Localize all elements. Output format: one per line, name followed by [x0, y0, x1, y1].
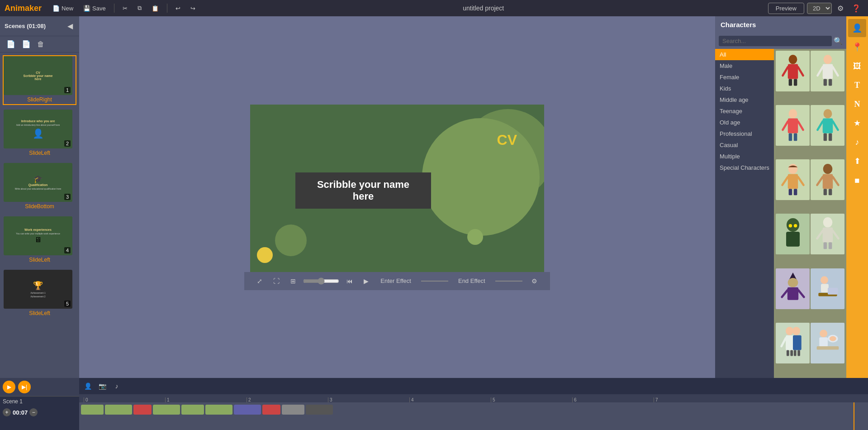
sidebar-text-button[interactable]: T: [848, 76, 866, 94]
undo-icon: ↩: [175, 5, 180, 12]
svg-rect-41: [822, 227, 833, 242]
svg-rect-29: [793, 189, 797, 195]
timeline-add-time-button[interactable]: +: [3, 408, 11, 416]
tl-camera-icon[interactable]: 📷: [95, 380, 109, 392]
filter-middle-age[interactable]: Middle age: [715, 94, 774, 105]
timeline-minus-time-button[interactable]: −: [29, 408, 38, 416]
character-card-3[interactable]: [776, 105, 810, 146]
character-card-10[interactable]: [811, 268, 844, 309]
filter-teenage[interactable]: Teenage: [715, 105, 774, 117]
character-card-1[interactable]: [776, 51, 810, 91]
tl-block-7[interactable]: [234, 405, 261, 415]
scene-item-5[interactable]: 🏆 Achievement 1 Achievement 2 5 SlideLef…: [3, 269, 76, 319]
save-button[interactable]: 💾 Save: [80, 4, 109, 13]
sidebar-effects-button[interactable]: ★: [848, 114, 866, 132]
tl-block-9[interactable]: [282, 405, 304, 415]
svg-line-14: [783, 121, 787, 130]
end-effect-label: End Effect: [454, 276, 490, 286]
canvas[interactable]: CV Scribble your namehere: [250, 105, 544, 272]
filter-all[interactable]: All: [715, 49, 774, 60]
character-card-8[interactable]: [811, 214, 844, 254]
character-card-5[interactable]: [776, 159, 810, 200]
svg-rect-63: [793, 350, 796, 356]
character-card-4[interactable]: [811, 105, 844, 146]
preview-button[interactable]: Preview: [768, 3, 804, 14]
settings-button[interactable]: ⚙: [835, 3, 846, 14]
effect-settings-button[interactable]: ⚙: [528, 276, 541, 287]
svg-rect-7: [822, 64, 833, 79]
fit-view-button[interactable]: ⤢: [253, 276, 266, 287]
scene-item-2[interactable]: Introduce who you are Add an introductor…: [3, 109, 76, 158]
tl-block-8[interactable]: [262, 405, 280, 415]
character-search-input[interactable]: [719, 36, 832, 46]
character-svg-11: [779, 326, 806, 360]
paste-button[interactable]: 📋: [148, 4, 162, 13]
grid-button[interactable]: ⊞: [287, 276, 299, 287]
tl-block-2[interactable]: [105, 405, 132, 415]
sidebar-character-button[interactable]: 👤: [848, 19, 866, 37]
timeline-play-button[interactable]: ▶: [3, 381, 15, 393]
characters-filter-list: All Male Female Kids Middle age Teenage …: [715, 49, 774, 378]
filter-kids[interactable]: Kids: [715, 83, 774, 94]
tl-block-10[interactable]: [306, 405, 333, 415]
help-button[interactable]: ❓: [849, 3, 863, 14]
tl-character-icon[interactable]: 👤: [81, 380, 95, 392]
svg-rect-22: [823, 133, 827, 141]
step-back-button[interactable]: ⏮: [343, 276, 356, 287]
svg-rect-16: [788, 133, 792, 141]
tl-block-4[interactable]: [153, 405, 180, 415]
characters-grid: [774, 49, 846, 378]
tl-music-icon[interactable]: ♪: [110, 380, 123, 392]
cut-button[interactable]: ✂: [119, 4, 131, 13]
dimension-select[interactable]: 2D 3D: [807, 3, 832, 14]
add-scene-button[interactable]: 📄: [5, 39, 17, 49]
filter-male[interactable]: Male: [715, 60, 774, 72]
filter-multiple[interactable]: Multiple: [715, 151, 774, 162]
sidebar-music-button[interactable]: ♪: [848, 133, 866, 151]
canvas-bottom-toolbar: ⤢ ⛶ ⊞ ⏮ ▶ Enter Effect End Effect ⚙: [244, 272, 550, 290]
copy-button[interactable]: ⧉: [134, 3, 145, 13]
scene-toolbar: 📄 📄 🗑: [0, 36, 79, 53]
tl-block-3[interactable]: [133, 405, 152, 415]
delete-scene-button[interactable]: 🗑: [35, 39, 46, 49]
cv-label: CV: [497, 132, 517, 148]
tl-block-1[interactable]: [81, 405, 104, 415]
filter-old-age[interactable]: Old age: [715, 117, 774, 128]
svg-line-50: [798, 290, 804, 297]
toolbar: Animaker 📄 New 💾 Save ✂ ⧉ 📋 ↩ ↪ untitled…: [0, 0, 868, 16]
scene-item-3[interactable]: 🎓 Qualification Write about your educati…: [3, 162, 76, 212]
character-card-2[interactable]: [811, 51, 844, 91]
svg-point-24: [788, 164, 797, 174]
sidebar-upload-button[interactable]: ⬆: [848, 152, 866, 170]
filter-casual[interactable]: Casual: [715, 139, 774, 151]
character-card-6[interactable]: [811, 159, 844, 200]
scenes-panel: Scenes (01:08) ◀ 📄 📄 🗑 CV Scribble your …: [0, 16, 79, 378]
sidebar-image-button[interactable]: 🖼: [848, 57, 866, 75]
undo-button[interactable]: ↩: [172, 4, 184, 13]
scenes-collapse-button[interactable]: ◀: [66, 21, 75, 31]
filter-professional[interactable]: Professional: [715, 128, 774, 139]
timeline-playhead[interactable]: [854, 402, 854, 430]
canvas-text-box[interactable]: Scribble your namehere: [295, 172, 431, 209]
sidebar-location-button[interactable]: 📍: [848, 38, 866, 56]
scene-item-4[interactable]: Work experiences You can write your mult…: [3, 215, 76, 265]
duplicate-scene-button[interactable]: 📄: [20, 39, 33, 49]
filter-special[interactable]: Special Characters: [715, 162, 774, 173]
sidebar-enter-button[interactable]: N: [848, 95, 866, 113]
new-button[interactable]: 📄 New: [49, 4, 77, 13]
play-button[interactable]: ▶: [360, 276, 372, 287]
character-card-7[interactable]: [776, 214, 810, 254]
filter-female[interactable]: Female: [715, 72, 774, 83]
sidebar-background-button[interactable]: ◼: [848, 171, 866, 189]
character-card-12[interactable]: [811, 323, 844, 363]
zoom-slider[interactable]: [303, 277, 339, 285]
character-card-11[interactable]: [776, 323, 810, 363]
scene-item-1[interactable]: CV Scribble your name here 1 SlideRight: [3, 55, 76, 105]
scene-label-2: SlideLeft: [4, 148, 76, 158]
redo-button[interactable]: ↪: [187, 4, 199, 13]
tl-block-6[interactable]: [205, 405, 232, 415]
fullscreen-button[interactable]: ⛶: [270, 276, 283, 287]
timeline-forward-button[interactable]: ▶|: [18, 381, 31, 393]
tl-block-5[interactable]: [181, 405, 204, 415]
character-card-9[interactable]: [776, 268, 810, 309]
